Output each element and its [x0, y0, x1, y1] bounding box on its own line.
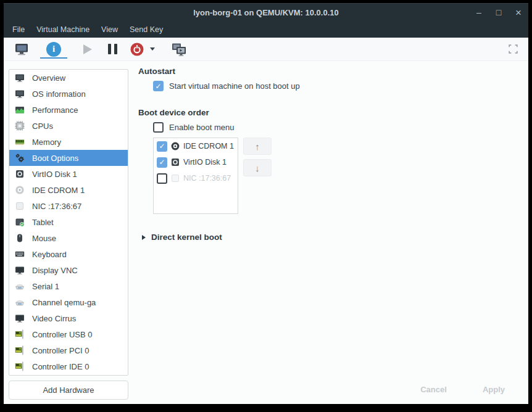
details-info-tab[interactable]: i	[40, 38, 67, 60]
sidebar-item-label: Controller USB 0	[32, 330, 93, 339]
shutdown-menu-caret-icon[interactable]	[150, 47, 155, 51]
boot-device-checkbox[interactable]: ✓	[157, 157, 167, 168]
memory-stick-icon	[15, 137, 25, 147]
boot-device-nic[interactable]: NIC :17:36:67	[154, 170, 238, 186]
footer-actions: Cancel Apply	[409, 381, 516, 398]
sidebar-item-ide-cdrom-1[interactable]: IDE CDROM 1	[9, 182, 128, 198]
info-icon: i	[46, 42, 61, 57]
sidebar-item-memory[interactable]: Memory	[9, 134, 128, 150]
cdrom-icon	[15, 185, 25, 195]
boot-device-area: ✓ IDE CDROM 1 ✓ VirtIO Disk 1 NIC :17:36…	[153, 138, 528, 214]
sidebar-item-label: Boot Options	[32, 154, 78, 163]
autostart-checkbox[interactable]: ✓	[153, 81, 164, 91]
disk-icon	[170, 157, 180, 167]
monitor-icon	[15, 89, 25, 99]
fullscreen-icon[interactable]	[508, 44, 518, 54]
monitor-icon	[15, 73, 25, 83]
sidebar-item-video-cirrus[interactable]: Video Cirrus	[9, 310, 128, 326]
sidebar-item-label: Controller IDE 0	[32, 362, 89, 371]
boot-device-checkbox[interactable]	[157, 173, 167, 184]
menubar: File Virtual Machine View Send Key	[4, 21, 528, 38]
menu-file[interactable]: File	[12, 25, 25, 34]
apply-button[interactable]: Apply	[472, 381, 516, 398]
sidebar-item-controller-pci-0[interactable]: Controller PCI 0	[9, 342, 128, 358]
menu-view[interactable]: View	[101, 25, 118, 34]
boot-device-checkbox[interactable]: ✓	[157, 141, 167, 152]
arrow-down-icon: ↓	[255, 163, 260, 173]
monitor-icon	[15, 313, 25, 323]
move-up-button[interactable]: ↑	[243, 138, 272, 155]
add-hardware-button[interactable]: Add Hardware	[9, 381, 128, 400]
sidebar-item-boot-options[interactable]: Boot Options	[9, 150, 128, 166]
shutdown-icon[interactable]	[130, 42, 144, 57]
mouse-icon	[15, 233, 25, 243]
boot-device-virtio-disk-1[interactable]: ✓ VirtIO Disk 1	[154, 154, 238, 170]
direct-kernel-boot-expander[interactable]: Direct kernel boot	[142, 233, 528, 242]
monitor-icon	[15, 265, 25, 275]
vm-windows-icon[interactable]	[171, 42, 187, 57]
autostart-row: ✓ Start virtual machine on host boot up	[153, 81, 528, 91]
check-icon: ✓	[159, 142, 165, 150]
content-area: Overview OS information Performance CPUs	[4, 61, 528, 404]
boot-device-label: VirtIO Disk 1	[183, 158, 227, 167]
boot-device-ide-cdrom-1[interactable]: ✓ IDE CDROM 1	[154, 138, 238, 154]
boot-options-panel: Autostart ✓ Start virtual machine on hos…	[133, 61, 528, 404]
network-icon	[15, 201, 25, 211]
sidebar-item-cpus[interactable]: CPUs	[9, 118, 128, 134]
window-controls: – □ ×	[474, 4, 523, 21]
sidebar-item-label: IDE CDROM 1	[32, 186, 85, 195]
sidebar-item-label: Tablet	[32, 218, 54, 227]
sidebar-item-os-information[interactable]: OS information	[9, 86, 128, 102]
disk-icon	[15, 169, 25, 179]
minimize-button[interactable]: –	[474, 8, 484, 17]
hardware-list: Overview OS information Performance CPUs	[9, 69, 128, 376]
sidebar-item-label: Channel qemu-ga	[32, 298, 96, 307]
sidebar-item-mouse[interactable]: Mouse	[9, 230, 128, 246]
sidebar-item-label: CPUs	[32, 122, 53, 131]
sidebar-item-label: OS information	[32, 89, 86, 99]
autostart-heading: Autostart	[138, 67, 528, 76]
toolbar: i	[4, 38, 528, 61]
sidebar-item-controller-usb-0[interactable]: Controller USB 0	[9, 326, 128, 342]
cpu-chip-icon	[15, 121, 25, 131]
add-hardware-label: Add Hardware	[43, 385, 94, 395]
sidebar-item-overview[interactable]: Overview	[9, 70, 128, 86]
direct-kernel-boot-label: Direct kernel boot	[151, 233, 222, 242]
boot-device-label: IDE CDROM 1	[183, 142, 234, 150]
sidebar-item-partial[interactable]	[9, 374, 128, 376]
cancel-button[interactable]: Cancel	[409, 381, 458, 398]
boot-device-label: NIC :17:36:67	[183, 174, 231, 183]
console-monitor-icon[interactable]	[14, 42, 29, 57]
pause-icon[interactable]	[108, 44, 117, 54]
sidebar-item-label: Video Cirrus	[32, 314, 76, 323]
network-icon	[170, 173, 180, 183]
sidebar-item-label: VirtIO Disk 1	[32, 170, 77, 179]
check-icon: ✓	[155, 83, 161, 90]
sidebar-item-performance[interactable]: Performance	[9, 102, 128, 118]
sidebar-item-display-vnc[interactable]: Display VNC	[9, 262, 128, 278]
serial-port-icon	[15, 281, 25, 291]
maximize-button[interactable]: □	[494, 8, 504, 17]
sidebar-item-controller-ide-0[interactable]: Controller IDE 0	[9, 358, 128, 374]
sidebar-item-channel-qemu-ga[interactable]: Channel qemu-ga	[9, 294, 128, 310]
sidebar-item-tablet[interactable]: Tablet	[9, 214, 128, 230]
tablet-icon	[15, 217, 25, 227]
close-button[interactable]: ×	[513, 7, 523, 18]
hardware-sidebar: Overview OS information Performance CPUs	[4, 61, 133, 404]
arrow-up-icon: ↑	[255, 141, 260, 152]
menu-send-key[interactable]: Send Key	[130, 25, 163, 34]
sidebar-item-serial-1[interactable]: Serial 1	[9, 278, 128, 294]
move-down-button[interactable]: ↓	[243, 159, 272, 176]
menu-virtual-machine[interactable]: Virtual Machine	[36, 25, 89, 34]
run-icon[interactable]	[83, 44, 92, 54]
check-icon: ✓	[159, 159, 165, 166]
serial-port-icon	[15, 297, 25, 307]
sidebar-item-virtio-disk-1[interactable]: VirtIO Disk 1	[9, 166, 128, 182]
sidebar-item-nic[interactable]: NIC :17:36:67	[9, 198, 128, 214]
enable-boot-menu-checkbox[interactable]	[153, 122, 164, 133]
sidebar-item-keyboard[interactable]: Keyboard	[9, 246, 128, 262]
pci-card-icon	[15, 361, 25, 371]
sidebar-item-label: Overview	[32, 73, 65, 83]
performance-graph-icon	[15, 105, 25, 115]
titlebar[interactable]: lyon-borg-01 on QEMU/KVM: 10.0.0.10 – □ …	[4, 3, 528, 21]
